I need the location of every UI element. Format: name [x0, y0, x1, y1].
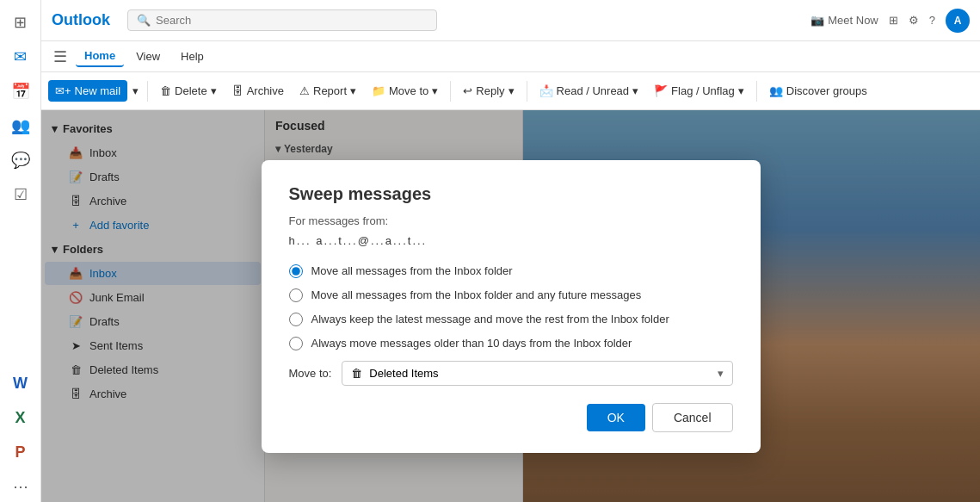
- content-area: ▾ Favorites 📥 Inbox 📝 Drafts 🗄 Archive +…: [41, 110, 980, 502]
- chat-icon[interactable]: 💬: [5, 145, 36, 176]
- move-to-value: Deleted Items: [369, 367, 710, 380]
- read-unread-label: Read / Unread: [557, 84, 630, 97]
- title-bar: Outlook 🔍 📷 Meet Now ⊞ ⚙ ? A: [41, 0, 980, 41]
- people-icon[interactable]: 👥: [5, 110, 36, 141]
- deleted-items-icon: 🗑: [351, 367, 362, 380]
- delete-label: Delete: [175, 84, 207, 97]
- excel-icon[interactable]: X: [5, 402, 36, 433]
- new-mail-button[interactable]: ✉+ New mail: [48, 80, 127, 102]
- move-to-dropdown-icon: ▾: [432, 84, 438, 97]
- reply-button[interactable]: ↩ Reply ▾: [456, 80, 521, 102]
- search-input[interactable]: [156, 14, 428, 27]
- reply-label: Reply: [476, 84, 504, 97]
- move-to-label: Move to:: [289, 367, 332, 380]
- flag-dropdown-icon: ▾: [738, 84, 744, 97]
- meet-now-label: Meet Now: [828, 14, 878, 27]
- title-right: 📷 Meet Now ⊞ ⚙ ? A: [811, 9, 970, 33]
- radio-option-1[interactable]: [289, 264, 303, 278]
- modal-footer: OK Cancel: [289, 403, 733, 432]
- modal-option-3[interactable]: Always keep the latest message and move …: [289, 313, 733, 326]
- report-label: Report: [313, 84, 347, 97]
- discover-groups-icon: 👥: [769, 84, 783, 97]
- reply-icon: ↩: [463, 84, 472, 97]
- calendar-icon[interactable]: 📅: [5, 76, 36, 107]
- hamburger-menu[interactable]: ☰: [48, 45, 72, 69]
- delete-button[interactable]: 🗑 Delete ▾: [153, 80, 224, 102]
- settings-icon[interactable]: ⚙: [909, 14, 919, 27]
- flag-unflag-button[interactable]: 🚩 Flag / Unflag ▾: [647, 80, 751, 102]
- move-to-icon: 📁: [372, 84, 385, 97]
- report-dropdown-icon: ▾: [350, 84, 356, 97]
- more-apps-icon[interactable]: ⋯: [5, 471, 36, 502]
- archive-icon: 🗄: [232, 84, 243, 97]
- select-chevron-icon: ▾: [718, 367, 724, 380]
- discover-groups-label: Discover groups: [786, 84, 867, 97]
- tab-help[interactable]: Help: [172, 46, 213, 66]
- radio-option-4[interactable]: [289, 337, 303, 350]
- search-icon: 🔍: [137, 14, 151, 27]
- nav-bar: ☰ Home View Help: [41, 41, 980, 72]
- toolbar: ✉+ New mail ▾ 🗑 Delete ▾ 🗄 Archive ⚠ Rep…: [41, 72, 980, 110]
- modal-title: Sweep messages: [289, 184, 733, 204]
- report-icon: ⚠: [299, 84, 310, 97]
- sep-2: [450, 81, 451, 102]
- sep-3: [527, 81, 527, 102]
- sep-1: [147, 81, 148, 102]
- delete-dropdown-icon: ▾: [211, 84, 217, 97]
- radio-option-2[interactable]: [289, 288, 303, 302]
- modal-overlay: Sweep messages For messages from: h​... …: [41, 110, 980, 502]
- main-container: Outlook 🔍 📷 Meet Now ⊞ ⚙ ? A ☰ Home View…: [41, 0, 980, 502]
- option-4-label: Always move messages older than 10 days …: [311, 337, 632, 350]
- discover-groups-button[interactable]: 👥 Discover groups: [762, 80, 874, 102]
- modal-option-2[interactable]: Move all messages from the Inbox folder …: [289, 288, 733, 302]
- video-call-icon[interactable]: 📷 Meet Now: [811, 14, 878, 27]
- modal-option-1[interactable]: Move all messages from the Inbox folder: [289, 264, 733, 278]
- new-mail-dropdown[interactable]: ▾: [129, 80, 142, 102]
- move-to-label: Move to: [389, 84, 428, 97]
- option-1-label: Move all messages from the Inbox folder: [311, 264, 513, 277]
- archive-label: Archive: [247, 84, 284, 97]
- apps-launcher[interactable]: ⊞: [889, 14, 898, 27]
- flag-label: Flag / Unflag: [671, 84, 735, 97]
- profile-icon[interactable]: A: [946, 9, 970, 33]
- app-rail: ⊞ ✉ 📅 👥 💬 ☑ W X P ⋯: [0, 0, 41, 502]
- move-to-select[interactable]: 🗑 Deleted Items ▾: [342, 361, 732, 386]
- new-mail-icon: ✉+: [55, 84, 71, 97]
- archive-button[interactable]: 🗄 Archive: [225, 80, 291, 102]
- modal-email: h​... a​...t​...@​...a​...t​...: [289, 234, 733, 247]
- reply-dropdown-icon: ▾: [508, 84, 515, 97]
- sep-4: [756, 81, 757, 102]
- flag-icon: 🚩: [654, 84, 668, 97]
- tab-view[interactable]: View: [127, 46, 169, 66]
- tasks-icon[interactable]: ☑: [5, 179, 36, 210]
- sweep-modal: Sweep messages For messages from: h​... …: [262, 160, 761, 453]
- camera-icon: 📷: [811, 14, 824, 27]
- delete-icon: 🗑: [160, 84, 171, 97]
- new-mail-label: New mail: [75, 84, 120, 97]
- read-unread-button[interactable]: 📩 Read / Unread ▾: [533, 80, 646, 102]
- modal-option-4[interactable]: Always move messages older than 10 days …: [289, 337, 733, 350]
- powerpoint-icon[interactable]: P: [5, 437, 36, 468]
- mail-icon[interactable]: ✉: [5, 41, 36, 72]
- report-button[interactable]: ⚠ Report ▾: [293, 80, 363, 102]
- modal-moveto: Move to: 🗑 Deleted Items ▾: [289, 361, 733, 386]
- help-icon[interactable]: ?: [929, 14, 935, 27]
- option-2-label: Move all messages from the Inbox folder …: [311, 288, 642, 301]
- app-name: Outlook: [52, 11, 110, 29]
- ok-button[interactable]: OK: [587, 404, 645, 431]
- cancel-button[interactable]: Cancel: [652, 403, 733, 432]
- modal-subtitle: For messages from:: [289, 214, 733, 227]
- read-unread-icon: 📩: [539, 84, 553, 97]
- move-to-button[interactable]: 📁 Move to ▾: [365, 80, 445, 102]
- word-icon[interactable]: W: [5, 368, 36, 399]
- grid-icon[interactable]: ⊞: [5, 7, 36, 38]
- radio-option-3[interactable]: [289, 313, 303, 326]
- tab-home[interactable]: Home: [76, 46, 124, 67]
- option-3-label: Always keep the latest message and move …: [311, 313, 669, 325]
- search-box[interactable]: 🔍: [127, 9, 437, 31]
- read-unread-dropdown-icon: ▾: [632, 84, 638, 97]
